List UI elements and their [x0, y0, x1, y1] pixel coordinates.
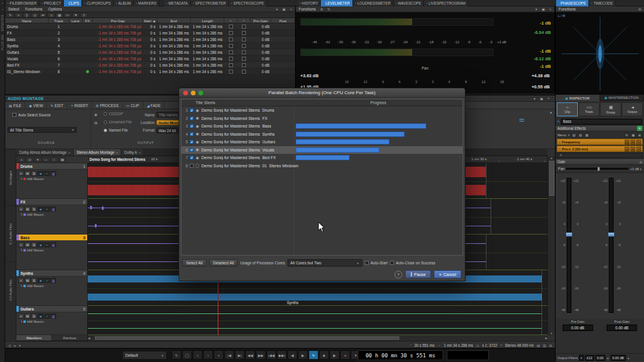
task-checkbox[interactable]: ✓ — [190, 124, 194, 128]
track-header[interactable]: Drums 1 — [16, 163, 87, 170]
cancel-button[interactable]: ×Cancel — [434, 270, 461, 278]
ribbon-tab-insert[interactable]: +INSERT — [67, 102, 92, 109]
effect-slot[interactable]: ≡ Frequency ▭ ▾ × — [557, 139, 643, 145]
effect-bypass-icon[interactable]: ▭ — [625, 147, 629, 151]
dock-tab-montages[interactable]: Montages — [5, 149, 16, 205]
col-start[interactable]: Start ▲ — [143, 18, 157, 23]
cores-select[interactable]: All Cores but Two▼ — [287, 259, 362, 267]
tab-wavescope[interactable]: ▪WAVESCOPE — [393, 0, 424, 6]
effect-slot[interactable]: ≡ Pro-L 2 [60 ms] ▭ ▾ × — [557, 146, 643, 152]
clip-lock-checkbox[interactable] — [229, 37, 233, 42]
layout-icon[interactable]: ▥ — [543, 343, 546, 347]
pause-button[interactable]: ∥Pause — [405, 270, 431, 278]
monitor-icon[interactable]: ◄ — [37, 171, 43, 176]
output-option-cd-ddp[interactable]: CD/DDP — [104, 112, 123, 116]
montage-tab-stereo-album-montage[interactable]: Stereo Album Montage× — [74, 149, 121, 156]
add-effect-button[interactable]: + — [637, 126, 642, 131]
view-tab-waveform[interactable]: Waveform — [16, 335, 52, 340]
track-header[interactable]: Guitars 5 — [16, 306, 87, 312]
effect-remove-icon[interactable]: × — [636, 140, 641, 144]
task-checkbox[interactable]: ✓ — [190, 156, 194, 160]
zoom-icon[interactable]: ◎ — [31, 13, 39, 18]
marker-circle-icon[interactable]: ◯ — [182, 350, 192, 360]
view-tab-rainbow[interactable]: Rainbow — [52, 335, 88, 340]
effects-icon[interactable]: ≈ — [44, 206, 50, 212]
clip-row[interactable]: Vocals 6 -1 mn 34 s 285 ms 708 µs 0 s 1 … — [5, 56, 295, 62]
render-task-row[interactable]: 7 ✓ ◉ Demo Song for Mastered Stems_Bed F… — [181, 154, 463, 162]
help-button[interactable]: ? — [395, 271, 402, 278]
render-task-row[interactable]: 4 ✓ ◉ Demo Song for Mastered Stems_Synth… — [181, 130, 463, 139]
minimize-traffic-button[interactable] — [191, 91, 196, 95]
loop-mode-icon[interactable]: ↻ — [172, 350, 181, 360]
clip-lock-checkbox[interactable] — [229, 63, 233, 67]
section-menu-icon[interactable]: ▤ — [639, 160, 642, 164]
fit-horizontal-icon[interactable]: ↔ — [42, 157, 50, 162]
dock-tab-plugins[interactable]: PLUG-INS — [1, 35, 4, 50]
pan-thumb[interactable] — [597, 167, 600, 171]
menu-icon[interactable]: ▾ — [533, 7, 539, 11]
zoom-traffic-button[interactable] — [198, 91, 203, 95]
forward-button[interactable]: ▶ — [298, 350, 308, 360]
dock-tab-bitmeter[interactable]: BITMETER — [1, 15, 4, 31]
routing-icon[interactable]: ▥ — [50, 171, 56, 176]
render-task-row[interactable]: 5 ✓ ◉ Demo Song for Mastered Stems_Guita… — [181, 138, 463, 146]
render-task-row[interactable]: 6 ✓ ◉ Demo Song for Mastered Stems_Vocal… — [181, 146, 463, 154]
dock-icon[interactable] — [1, 8, 4, 11]
title-stems-select[interactable]: All Title Stems▼ — [8, 127, 77, 133]
fader-thumb[interactable] — [608, 232, 615, 237]
task-checkbox[interactable]: ✓ — [190, 116, 194, 120]
filter-value-1[interactable]: 0.00 — [595, 355, 605, 361]
collapse-ribbon-icon[interactable]: ▲ — [549, 111, 553, 114]
clip-mute-checkbox[interactable] — [242, 50, 246, 54]
menu-functions[interactable]: Functions — [556, 7, 578, 11]
zoom-icon[interactable]: ◎ — [8, 343, 11, 347]
fader-thumb[interactable] — [566, 232, 573, 237]
marker-icon[interactable]: ▼ — [72, 13, 80, 18]
time-display[interactable]: 00 h 00 mn 30 s 551 ms — [358, 350, 443, 360]
scroll-down-icon[interactable]: ▼ — [550, 332, 553, 335]
float-icon[interactable]: ▣ — [281, 7, 287, 11]
routing-icon[interactable]: ▥ — [50, 313, 56, 319]
scroll-right-icon[interactable]: ▶ — [545, 336, 547, 340]
loop-button[interactable]: ↻ — [309, 350, 318, 360]
spinner-up-icon[interactable]: ▲ — [607, 356, 609, 360]
track-header[interactable]: Bass 3 — [16, 235, 87, 241]
drag-handle-icon[interactable]: ≡ — [559, 147, 561, 151]
col-pre-gap[interactable]: Pre-Gap — [93, 18, 143, 23]
rewind-button[interactable]: ◀ — [287, 350, 297, 360]
routing-icon[interactable]: ▥ — [50, 242, 56, 247]
gear-icon[interactable]: ⚙ — [318, 7, 324, 11]
task-checkbox[interactable]: ✓ — [190, 132, 194, 136]
tab-project[interactable]: ▪PROJECT — [39, 0, 64, 6]
chevron-down-icon[interactable]: ▾ — [34, 157, 42, 162]
effects-icon[interactable]: ≈ — [44, 278, 50, 283]
pre-gain-fader[interactable]: +12+60-6-12-24-48 +12+60-6-12-24-48 — [560, 178, 578, 313]
tab-loudnessmeter[interactable]: ▪LOUDNESSMETER — [353, 0, 393, 6]
tab-levelmeter[interactable]: ▪LEVELMETER — [321, 0, 352, 6]
play-button[interactable]: ▶ — [330, 350, 340, 360]
drag-handle-icon[interactable]: ≡ — [559, 140, 561, 144]
track-waveform-area[interactable] — [88, 306, 547, 335]
horizontal-scrollbar[interactable]: ◀ ▶ — [88, 335, 547, 341]
paste-icon[interactable]: ▥ — [578, 133, 583, 137]
preset-icon[interactable]: ▣ — [631, 133, 636, 137]
grid-icon[interactable]: ▤ — [537, 343, 540, 347]
clip-row[interactable]: Synths 4 -1 mn 34 s 285 ms 708 µs 0 s 1 … — [5, 43, 295, 49]
output-option-unnamed-file[interactable]: Unnamed File — [104, 120, 132, 124]
menu-select[interactable]: Select — [5, 7, 22, 11]
ribbon-tab-view[interactable]: ◉VIEW — [25, 102, 47, 109]
auto-select-source-checkbox[interactable]: Auto Select Source — [12, 113, 51, 117]
track-lock-button[interactable]: ▪ — [18, 242, 24, 247]
tab-history[interactable]: ▪HISTORY — [297, 0, 321, 6]
ribbon-tab-process[interactable]: ⚙PROCESS — [92, 102, 122, 109]
solo-button[interactable]: S — [31, 206, 37, 212]
fader-track[interactable] — [609, 178, 614, 313]
jump-fwd-button[interactable]: ▶▶| — [277, 350, 287, 360]
post-gain-value[interactable]: 0.00 dB — [607, 325, 637, 331]
render-task-row[interactable]: 1 ✓ ◉ Demo Song for Mastered Stems_Drums — [181, 106, 463, 115]
delete-icon[interactable]: × — [15, 13, 22, 18]
solo-button[interactable]: S — [31, 313, 37, 319]
tab-clipgroups[interactable]: ▪CLIPGROUPS — [82, 0, 114, 6]
menu-functions[interactable]: Functions — [296, 7, 318, 11]
link-icon[interactable]: ∞ — [64, 13, 71, 18]
